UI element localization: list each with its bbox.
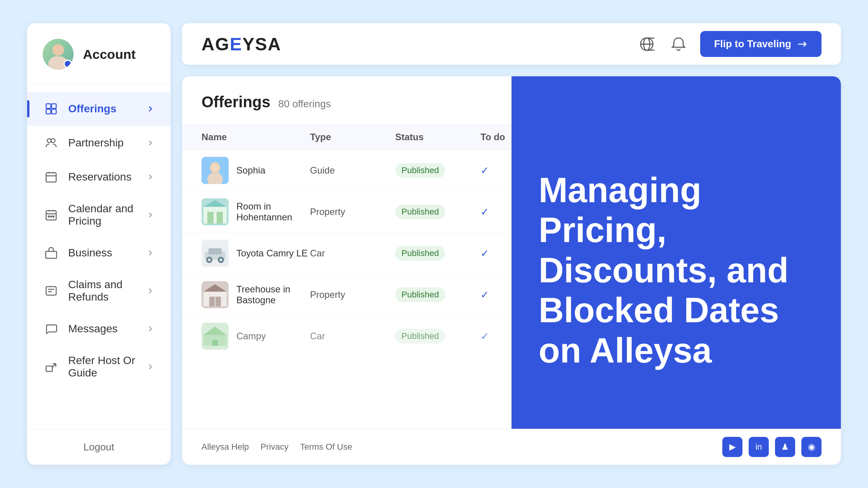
svg-rect-22 bbox=[203, 206, 227, 223]
row-name-text: Toyota Camry LE bbox=[236, 248, 308, 259]
offerings-icon bbox=[43, 100, 60, 117]
row-type: Property bbox=[310, 289, 395, 300]
chevron-right-icon bbox=[146, 248, 155, 258]
chevron-right-icon bbox=[146, 138, 155, 148]
nav-label-partnership: Partnership bbox=[68, 137, 137, 149]
row-name-car: Toyota Camry LE bbox=[202, 240, 310, 267]
col-header-status: Status bbox=[395, 132, 480, 143]
overlay-text: Managing Pricing, Discounts, and Blocked… bbox=[539, 170, 814, 371]
nav-label-business: Business bbox=[68, 247, 137, 259]
svg-rect-12 bbox=[46, 287, 56, 295]
bell-icon[interactable] bbox=[668, 34, 689, 54]
svg-rect-34 bbox=[203, 291, 227, 306]
row-thumbnail bbox=[202, 323, 229, 350]
row-name-room: Room in Hohentannen bbox=[202, 198, 310, 225]
row-type: Car bbox=[310, 331, 395, 342]
row-status: Published bbox=[395, 246, 480, 261]
topbar-actions: Flip to Traveling bbox=[637, 31, 822, 57]
refer-icon bbox=[43, 358, 60, 375]
chevron-right-icon bbox=[146, 104, 155, 113]
col-header-name: Name bbox=[202, 132, 310, 143]
nav-label-claims: Claims and Refunds bbox=[68, 278, 137, 303]
logo-text2: YSA bbox=[243, 34, 282, 54]
svg-rect-41 bbox=[212, 340, 218, 346]
svg-point-20 bbox=[211, 163, 219, 172]
flip-to-traveling-button[interactable]: Flip to Traveling bbox=[700, 31, 822, 57]
row-name-text: Campy bbox=[236, 331, 266, 342]
nav-label-offerings: Offerings bbox=[68, 103, 137, 115]
row-status: Published bbox=[395, 329, 480, 344]
row-thumbnail bbox=[202, 281, 229, 308]
footer-link-terms[interactable]: Terms Of Use bbox=[300, 442, 352, 452]
footer-link-help[interactable]: Alleysa Help bbox=[202, 442, 249, 452]
social-linkedin-button[interactable]: in bbox=[749, 437, 769, 457]
nav-label-refer: Refer Host Or Guide bbox=[68, 354, 137, 379]
chevron-right-icon bbox=[146, 210, 155, 220]
messages-icon bbox=[43, 320, 60, 337]
offerings-title: Offerings bbox=[202, 93, 270, 110]
sidebar-item-claims[interactable]: Claims and Refunds bbox=[27, 270, 170, 312]
svg-rect-13 bbox=[46, 366, 52, 371]
svg-rect-11 bbox=[46, 251, 57, 258]
topbar: AGEYSA Fl bbox=[182, 23, 841, 65]
overlay: Managing Pricing, Discounts, and Blocked… bbox=[512, 76, 841, 465]
business-icon bbox=[43, 244, 60, 261]
avatar bbox=[43, 39, 74, 70]
row-name-text: Room in Hohentannen bbox=[236, 201, 310, 223]
chevron-right-icon bbox=[146, 172, 155, 182]
row-status: Published bbox=[395, 163, 480, 178]
logo-highlight: E bbox=[230, 34, 243, 54]
social-youtube-button[interactable]: ▶ bbox=[722, 437, 742, 457]
svg-point-4 bbox=[47, 139, 51, 143]
svg-rect-23 bbox=[207, 212, 214, 223]
offerings-count: 80 offerings bbox=[278, 98, 331, 110]
sidebar-item-reservations[interactable]: Reservations bbox=[27, 160, 170, 194]
svg-point-5 bbox=[51, 139, 55, 143]
social-other-button[interactable]: ♟ bbox=[775, 437, 795, 457]
sidebar-item-business[interactable]: Business bbox=[27, 236, 170, 270]
row-status: Published bbox=[395, 287, 480, 302]
svg-rect-24 bbox=[217, 212, 223, 223]
sidebar-item-refer[interactable]: Refer Host Or Guide bbox=[27, 346, 170, 388]
nav-label-calendar: Calendar and Pricing bbox=[68, 203, 137, 227]
nav-label-reservations: Reservations bbox=[68, 171, 137, 183]
svg-point-10 bbox=[53, 216, 54, 217]
svg-point-8 bbox=[48, 216, 50, 217]
sidebar-item-offerings[interactable]: Offerings bbox=[27, 92, 170, 126]
svg-rect-3 bbox=[52, 109, 56, 114]
svg-rect-0 bbox=[46, 104, 51, 108]
svg-rect-35 bbox=[209, 297, 215, 306]
chevron-right-icon bbox=[146, 286, 155, 296]
svg-rect-7 bbox=[46, 211, 56, 220]
partnership-icon bbox=[43, 134, 60, 151]
chevron-right-icon bbox=[146, 362, 155, 371]
footer-link-privacy[interactable]: Privacy bbox=[260, 442, 288, 452]
nav-label-messages: Messages bbox=[68, 323, 137, 335]
row-type: Car bbox=[310, 248, 395, 259]
row-name-campy: Campy bbox=[202, 323, 310, 350]
logout-button[interactable]: Logout bbox=[27, 429, 170, 465]
logo: AGEYSA bbox=[202, 34, 281, 55]
svg-rect-2 bbox=[46, 109, 51, 114]
flip-btn-label: Flip to Traveling bbox=[714, 38, 791, 50]
social-instagram-button[interactable]: ◉ bbox=[801, 437, 822, 457]
svg-point-30 bbox=[208, 258, 211, 261]
sidebar-item-calendar[interactable]: Calendar and Pricing bbox=[27, 194, 170, 236]
globe-icon[interactable] bbox=[637, 34, 657, 54]
sidebar-nav: Offerings Partnership bbox=[27, 84, 170, 429]
flip-icon bbox=[797, 39, 808, 50]
svg-rect-28 bbox=[208, 248, 222, 254]
footer: Alleysa Help Privacy Terms Of Use ▶ in ♟… bbox=[182, 429, 841, 465]
row-type: Guide bbox=[310, 165, 395, 176]
row-thumbnail bbox=[202, 198, 229, 225]
row-name-text: Sophia bbox=[236, 165, 265, 176]
offerings-title-area: Offerings 80 offerings bbox=[202, 93, 331, 111]
footer-links: Alleysa Help Privacy Terms Of Use bbox=[202, 442, 352, 452]
row-name-text: Treehouse in Bastogne bbox=[236, 284, 310, 306]
sidebar-item-messages[interactable]: Messages bbox=[27, 312, 170, 346]
svg-point-9 bbox=[51, 216, 52, 217]
account-section[interactable]: Account bbox=[27, 23, 170, 84]
account-label: Account bbox=[83, 47, 136, 62]
sidebar-item-partnership[interactable]: Partnership bbox=[27, 126, 170, 160]
svg-rect-36 bbox=[215, 297, 221, 306]
